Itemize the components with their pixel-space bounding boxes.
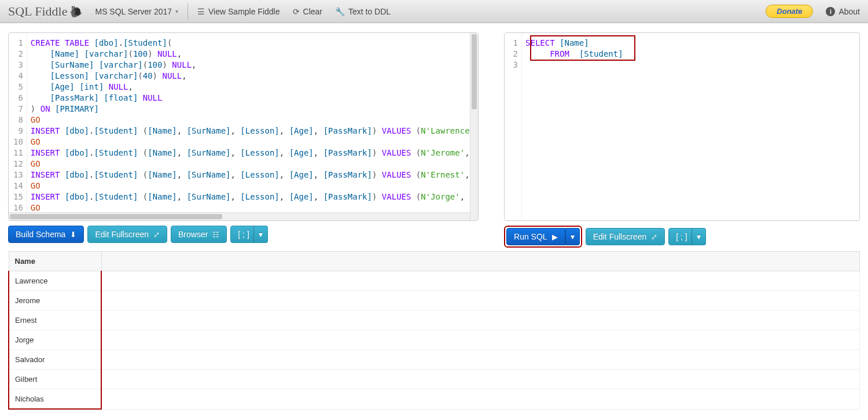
table-row: Gilbert <box>9 370 860 389</box>
run-sql-dropdown[interactable]: ▾ <box>565 228 580 245</box>
query-terminator-label: [ ; ] <box>676 232 687 241</box>
browser-button[interactable]: Browser ☷ <box>171 226 227 243</box>
about-link[interactable]: i About <box>826 7 860 16</box>
result-cell: Gilbert <box>9 370 101 389</box>
db-engine-selector[interactable]: MS SQL Server 2017 ▾ <box>95 7 178 16</box>
schema-edit-fullscreen-label: Edit Fullscreen <box>95 230 149 239</box>
play-icon: ▶ <box>552 233 558 241</box>
text-to-ddl-link[interactable]: 🔧 Text to DDL <box>335 7 391 16</box>
nav-divider <box>187 3 188 20</box>
results-area: Name Lawrence Jerome Ernest Jorge Salvad… <box>8 251 860 410</box>
schema-terminator-label: [ ; ] <box>238 230 249 239</box>
brand-snail-icon: 🐌 <box>69 5 82 18</box>
query-editor-code[interactable]: SELECT [Name] FROM [Student] <box>522 33 859 220</box>
schema-editor-vscrollbar[interactable] <box>470 33 478 220</box>
result-cell: Salvador <box>9 350 101 370</box>
wrench-icon: 🔧 <box>335 7 345 16</box>
table-row: Nicholas <box>9 389 860 410</box>
clear-label: Clear <box>303 7 322 16</box>
table-row: Jorge <box>9 330 860 350</box>
result-cell: Lawrence <box>9 271 101 291</box>
build-schema-label: Build Schema <box>16 230 65 239</box>
schema-editor-code[interactable]: CREATE TABLE [dbo].[Student]( [Name] [va… <box>27 33 478 220</box>
run-sql-button[interactable]: Run SQL ▶ <box>506 228 565 245</box>
expand-icon: ⤢ <box>153 230 160 239</box>
schema-toolbar: Build Schema ⬇ Edit Fullscreen ⤢ Browser… <box>8 226 479 243</box>
schema-editor[interactable]: 1234567891011121314151617 CREATE TABLE [… <box>8 32 479 221</box>
query-terminator-dropdown[interactable]: ▾ <box>692 228 706 245</box>
text-to-ddl-label: Text to DDL <box>348 7 391 16</box>
caret-down-icon: ▾ <box>259 230 263 239</box>
result-cell: Ernest <box>9 311 101 330</box>
info-icon: i <box>826 7 835 16</box>
run-sql-label: Run SQL <box>514 232 547 241</box>
browser-label: Browser <box>178 230 208 239</box>
brand-text: SQL Fiddle <box>8 4 67 19</box>
donate-button[interactable]: Donate <box>766 5 813 18</box>
results-table: Name Lawrence Jerome Ernest Jorge Salvad… <box>8 251 860 410</box>
run-sql-highlight-annotation: Run SQL ▶ ▾ <box>504 226 582 248</box>
about-label: About <box>838 7 860 16</box>
result-cell: Jerome <box>9 291 101 311</box>
view-sample-label: View Sample Fiddle <box>208 7 279 16</box>
table-row: Ernest <box>9 311 860 330</box>
schema-terminator-dropdown[interactable]: ▾ <box>253 226 268 243</box>
query-toolbar: Run SQL ▶ ▾ Edit Fullscreen ⤢ [ ; ] <box>504 226 860 248</box>
caret-down-icon: ▾ <box>697 232 701 241</box>
expand-icon: ⤢ <box>651 233 657 241</box>
query-edit-fullscreen-label: Edit Fullscreen <box>593 232 647 241</box>
table-row: Salvador <box>9 350 860 370</box>
refresh-icon: ⟳ <box>293 7 300 16</box>
caret-down-icon: ▾ <box>571 232 575 241</box>
schema-editor-hscrollbar[interactable] <box>9 212 470 220</box>
results-header-name: Name <box>9 252 101 271</box>
result-cell: Nicholas <box>9 389 101 410</box>
schema-terminator-button[interactable]: [ ; ] <box>230 226 256 243</box>
top-navbar: SQL Fiddle 🐌 MS SQL Server 2017 ▾ ☰ View… <box>0 0 868 23</box>
brand-logo[interactable]: SQL Fiddle 🐌 <box>8 4 82 19</box>
table-row: Jerome <box>9 291 860 311</box>
db-engine-label: MS SQL Server 2017 <box>95 7 172 16</box>
donate-label: Donate <box>777 7 802 16</box>
view-sample-fiddle-link[interactable]: ☰ View Sample Fiddle <box>197 7 279 16</box>
query-editor-gutter: 123 <box>505 33 522 220</box>
clear-link[interactable]: ⟳ Clear <box>293 7 322 16</box>
result-cell: Jorge <box>9 330 101 350</box>
query-editor[interactable]: 123 SELECT [Name] FROM [Student] <box>504 32 860 221</box>
build-schema-button[interactable]: Build Schema ⬇ <box>8 226 84 243</box>
tree-icon: ☷ <box>212 230 219 239</box>
table-row: Lawrence <box>9 271 860 291</box>
query-terminator-button[interactable]: [ ; ] <box>668 228 694 245</box>
list-icon: ☰ <box>197 7 205 16</box>
query-edit-fullscreen-button[interactable]: Edit Fullscreen ⤢ <box>586 228 665 245</box>
caret-down-icon: ▾ <box>175 8 178 14</box>
download-icon: ⬇ <box>70 230 76 239</box>
schema-editor-gutter: 1234567891011121314151617 <box>9 33 27 220</box>
schema-edit-fullscreen-button[interactable]: Edit Fullscreen ⤢ <box>87 226 167 243</box>
